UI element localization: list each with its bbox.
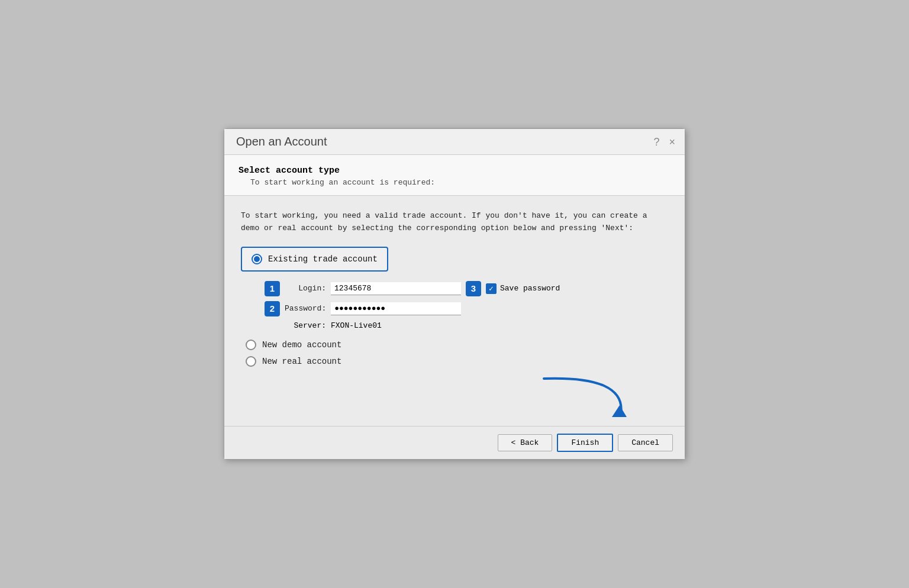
badge-save: 3: [466, 281, 481, 296]
server-row: Server: FXON-Live01: [265, 321, 668, 330]
footer-section: < Back Finish Cancel: [224, 426, 685, 459]
new-demo-label: New demo account: [262, 340, 341, 350]
existing-account-label: Existing trade account: [268, 254, 378, 264]
login-label: Login:: [285, 284, 326, 293]
dialog: Open an Account ? × Select account type …: [224, 128, 685, 460]
existing-account-option[interactable]: Existing trade account: [241, 247, 388, 272]
dialog-title: Open an Account: [236, 135, 327, 148]
password-input[interactable]: [331, 302, 461, 315]
header-title: Select account type: [238, 166, 671, 176]
radio-selected-icon: [252, 254, 262, 264]
radio-unselected-real-icon: [246, 356, 256, 367]
server-value: FXON-Live01: [331, 321, 382, 330]
new-demo-option[interactable]: New demo account: [241, 340, 668, 350]
back-button[interactable]: < Back: [498, 434, 553, 451]
close-button[interactable]: ×: [669, 137, 675, 147]
arrow-area: [241, 373, 668, 420]
body-section: To start working, you need a valid trade…: [224, 196, 685, 426]
new-real-label: New real account: [262, 357, 341, 366]
save-password-row: ✓ Save password: [486, 283, 560, 294]
login-input[interactable]: [331, 282, 461, 295]
title-bar-buttons: ? ×: [653, 137, 675, 147]
help-button[interactable]: ?: [653, 137, 659, 147]
arrow-icon: [532, 373, 650, 426]
radio-dot: [254, 256, 260, 262]
save-password-label: Save password: [500, 284, 560, 293]
new-real-option[interactable]: New real account: [241, 356, 668, 367]
description-text: To start working, you need a valid trade…: [241, 210, 668, 235]
password-row: 2 Password:: [265, 301, 668, 316]
header-subtitle: To start working an account is required:: [238, 178, 671, 187]
title-bar: Open an Account ? ×: [224, 129, 685, 155]
form-area: 1 Login: 3 ✓ Save password 2 Password: S…: [241, 281, 668, 330]
badge-password: 2: [265, 301, 280, 316]
password-label: Password:: [285, 304, 326, 313]
radio-unselected-demo-icon: [246, 340, 256, 350]
login-row: 1 Login: 3 ✓ Save password: [265, 281, 668, 296]
finish-button[interactable]: Finish: [557, 434, 613, 452]
save-password-checkbox[interactable]: ✓: [486, 283, 497, 294]
cancel-button[interactable]: Cancel: [618, 434, 673, 451]
badge-login: 1: [265, 281, 280, 296]
header-section: Select account type To start working an …: [224, 155, 685, 196]
server-label: Server:: [285, 321, 326, 330]
svg-marker-0: [612, 405, 627, 417]
